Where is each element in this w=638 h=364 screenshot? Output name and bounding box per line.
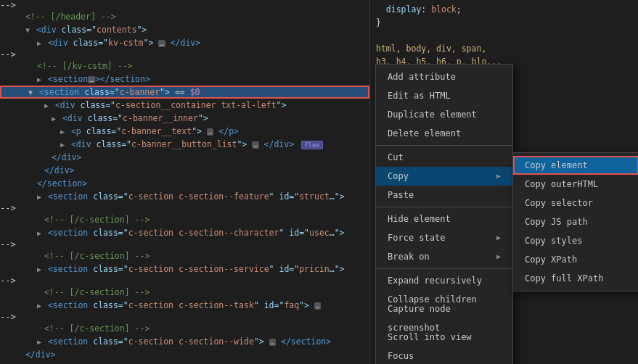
dom-line: </div> bbox=[0, 151, 369, 164]
cm-label: Break on bbox=[388, 247, 430, 266]
cm-expand-recursively[interactable]: Expand recursively bbox=[376, 271, 512, 290]
styles-line bbox=[376, 29, 632, 42]
dom-line: ▶ <div class="kv-cstm"> … </div> bbox=[0, 36, 369, 49]
dom-line: ▶ <section class="c-section c-section--c… bbox=[0, 226, 369, 239]
cm-focus[interactable]: Focus bbox=[376, 347, 512, 364]
selected-dom-line[interactable]: ▼ <section class="c-banner"> == $0 bbox=[0, 86, 369, 99]
cm-capture-screenshot[interactable]: Capture node screenshot bbox=[376, 309, 512, 328]
cm-delete[interactable]: Delete element bbox=[376, 124, 512, 143]
cm-label: Expand recursively bbox=[388, 271, 482, 290]
cm-label: Edit as HTML bbox=[388, 86, 451, 105]
dom-line: </div> bbox=[0, 164, 369, 177]
dom-line: ▶ <section class="c-section c-section--s… bbox=[0, 262, 369, 276]
dom-line: ▶ <section class="c-section c-section--w… bbox=[0, 335, 369, 348]
dom-line: ▶ <section class="c-section c-section--f… bbox=[0, 190, 369, 203]
submenu-copy-full-xpath[interactable]: Copy full XPath bbox=[513, 269, 638, 288]
dom-line: ▶ <div class="c-banner__inner"> bbox=[0, 112, 369, 125]
submenu-copy-xpath[interactable]: Copy XPath bbox=[513, 250, 638, 269]
submenu-arrow-icon: ▶ bbox=[496, 167, 501, 186]
submenu-copy-outerhtml[interactable]: Copy outerHTML bbox=[513, 175, 638, 194]
styles-line: } bbox=[376, 16, 632, 29]
dom-line: <!-- [/kv-cstm] --> bbox=[0, 59, 369, 73]
cm-paste[interactable]: Paste bbox=[376, 186, 512, 204]
cm-cut[interactable]: Cut bbox=[376, 148, 512, 167]
styles-line: display: block; bbox=[376, 3, 632, 16]
cm-hide[interactable]: Hide element bbox=[376, 210, 512, 228]
dom-line: ▶ <div class="c-banner__button_list"> … … bbox=[0, 138, 369, 151]
styles-line: html, body, div, span, bbox=[376, 42, 632, 55]
dom-line: <!-- [/c-section] --> bbox=[0, 286, 369, 299]
dom-line: ▶ <div class="c-section__container txt-a… bbox=[0, 99, 369, 112]
context-menu: Add attribute Edit as HTML Duplicate ele… bbox=[375, 64, 513, 364]
submenu-arrow-icon: ▶ bbox=[496, 247, 501, 266]
submenu-copy-element[interactable]: Copy element bbox=[513, 156, 638, 175]
cm-label: Delete element bbox=[388, 124, 461, 143]
dom-line: </section> bbox=[0, 177, 369, 190]
dom-line: ▼ <div class="contents"> bbox=[0, 23, 369, 36]
submenu-copy-jspath[interactable]: Copy JS path bbox=[513, 212, 638, 231]
dom-line: <!-- [/header] --> bbox=[0, 10, 369, 23]
cm-force-state[interactable]: Force state ▶ bbox=[376, 228, 512, 247]
copy-submenu: Copy element Copy outerHTML Copy selecto… bbox=[512, 152, 638, 291]
dom-line: ▶ <section…></section> bbox=[0, 73, 369, 86]
cm-label: Add attribute bbox=[388, 67, 456, 86]
dom-line: <!-- [/c-section] --> bbox=[0, 322, 369, 335]
cm-label: Duplicate element bbox=[388, 105, 477, 124]
cm-separator bbox=[376, 268, 512, 269]
dom-line: </div> bbox=[0, 348, 369, 361]
dom-line: <!-- [/c-section] --> bbox=[0, 213, 369, 226]
submenu-label: Copy element bbox=[525, 160, 588, 170]
submenu-label: Copy full XPath bbox=[525, 273, 603, 284]
dom-line: <!-- [/c-section] --> bbox=[0, 249, 369, 262]
cm-add-attribute[interactable]: Add attribute bbox=[376, 67, 512, 86]
cm-label: Scroll into view bbox=[388, 328, 472, 347]
cm-break-on[interactable]: Break on ▶ bbox=[376, 247, 512, 266]
submenu-label: Copy JS path bbox=[525, 217, 588, 227]
submenu-label: Copy styles bbox=[525, 236, 582, 246]
cm-label: Hide element bbox=[388, 210, 451, 228]
submenu-copy-selector[interactable]: Copy selector bbox=[513, 194, 638, 212]
dom-line: ▶ <p class="c-banner__text"> … </p> bbox=[0, 125, 369, 138]
dom-line: ▶ <section class="c-section c-section--t… bbox=[0, 299, 369, 312]
cm-label: Paste bbox=[388, 186, 414, 204]
cm-label: Force state bbox=[388, 228, 445, 247]
cm-label: Copy bbox=[388, 167, 409, 186]
submenu-arrow-icon: ▶ bbox=[496, 228, 501, 247]
dom-panel: --> <!-- [/header] --> ▼ <div class="con… bbox=[0, 0, 370, 364]
submenu-label: Copy selector bbox=[525, 198, 593, 208]
submenu-label: Copy XPath bbox=[525, 255, 577, 265]
cm-edit-html[interactable]: Edit as HTML bbox=[376, 86, 512, 105]
submenu-copy-styles[interactable]: Copy styles bbox=[513, 231, 638, 250]
cm-label: Cut bbox=[388, 148, 404, 167]
cm-duplicate[interactable]: Duplicate element bbox=[376, 105, 512, 124]
submenu-label: Copy outerHTML bbox=[525, 179, 598, 189]
cm-copy[interactable]: Copy ▶ bbox=[376, 167, 512, 186]
cm-separator bbox=[376, 207, 512, 207]
cm-separator bbox=[376, 145, 512, 146]
cm-label: Focus bbox=[388, 347, 414, 364]
